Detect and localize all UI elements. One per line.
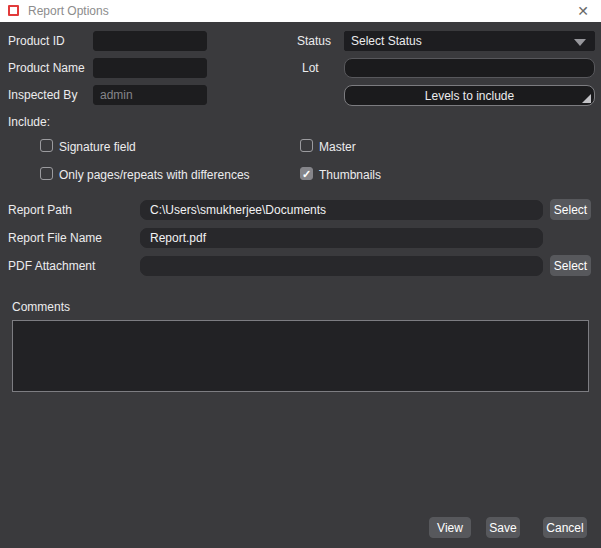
titlebar: Report Options ✕: [0, 0, 601, 22]
window-title: Report Options: [28, 4, 109, 18]
comments-textarea[interactable]: [12, 320, 589, 392]
checkbox-only-pages-differences-label: Only pages/repeats with differences: [59, 169, 250, 182]
report-path-input[interactable]: [140, 200, 543, 220]
report-path-select-button[interactable]: Select: [550, 199, 591, 220]
view-button[interactable]: View: [429, 517, 471, 538]
lot-label: Lot: [302, 62, 319, 75]
product-id-label: Product ID: [8, 35, 65, 48]
levels-to-include-button[interactable]: Levels to include: [344, 85, 595, 106]
checkbox-signature-field[interactable]: ✓: [40, 139, 53, 152]
report-file-name-input[interactable]: [140, 228, 543, 248]
report-file-name-label: Report File Name: [8, 232, 102, 245]
checkbox-thumbnails[interactable]: ✓: [300, 167, 313, 180]
checkbox-signature-field-label: Signature field: [59, 141, 136, 154]
report-options-dialog: Report Options ✕ Product ID Product Name…: [0, 0, 601, 548]
lot-input[interactable]: [344, 58, 595, 78]
pdf-attachment-select-button[interactable]: Select: [550, 255, 591, 276]
save-button[interactable]: Save: [486, 517, 520, 538]
cancel-button[interactable]: Cancel: [543, 517, 587, 538]
app-icon: [8, 5, 19, 16]
report-path-label: Report Path: [8, 204, 72, 217]
checkbox-only-pages-differences[interactable]: ✓: [40, 167, 53, 180]
chevron-down-icon: [574, 39, 586, 46]
inspected-by-label: Inspected By: [8, 89, 77, 102]
corner-triangle-icon: [582, 94, 591, 103]
checkbox-master[interactable]: ✓: [300, 139, 313, 152]
inspected-by-input[interactable]: [93, 85, 207, 105]
product-name-label: Product Name: [8, 62, 85, 75]
check-icon: ✓: [301, 168, 312, 180]
status-selected-value: Select Status: [351, 34, 422, 48]
pdf-attachment-label: PDF Attachment: [8, 260, 95, 273]
checkbox-thumbnails-label: Thumbnails: [319, 169, 381, 182]
product-id-input[interactable]: [93, 31, 207, 51]
checkbox-master-label: Master: [319, 141, 356, 154]
status-label: Status: [297, 35, 331, 48]
status-dropdown[interactable]: Select Status: [344, 31, 595, 51]
include-section-label: Include:: [8, 116, 50, 129]
product-name-input[interactable]: [93, 58, 207, 78]
pdf-attachment-input[interactable]: [140, 256, 543, 276]
close-icon[interactable]: ✕: [572, 1, 594, 21]
levels-to-include-label: Levels to include: [425, 89, 514, 103]
comments-label: Comments: [12, 301, 70, 314]
